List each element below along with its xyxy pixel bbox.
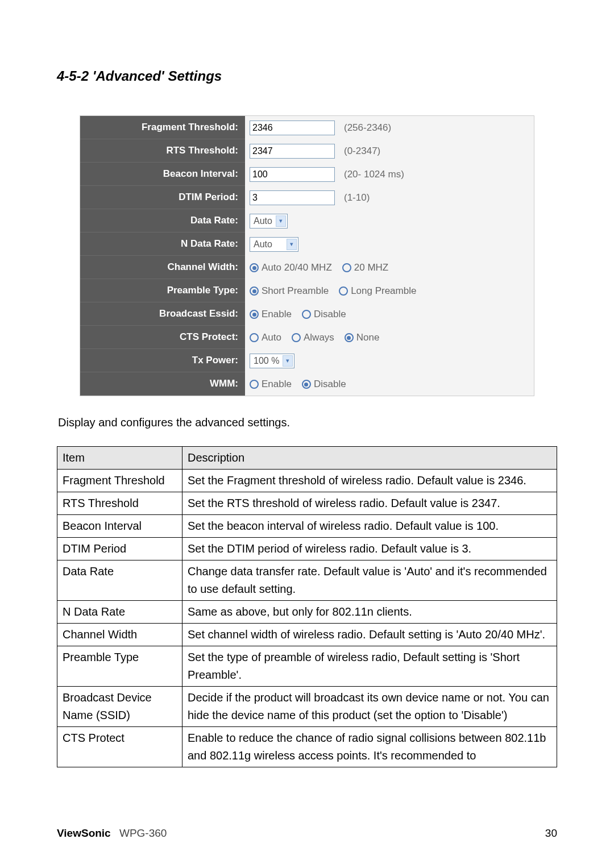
option-wmm-disable: Disable	[314, 379, 346, 389]
option-preamble-short: Short Preamble	[262, 285, 329, 296]
label-rts-threshold: RTS Threshold:	[80, 139, 245, 163]
select-tx-power[interactable]: 100 % ▾	[250, 354, 294, 368]
select-n-data-rate-value: Auto	[254, 239, 283, 250]
hint-beacon-interval: (20- 1024 ms)	[344, 169, 404, 180]
page-footer: ViewSonic WPG-360 30	[57, 827, 557, 840]
input-rts-threshold[interactable]	[250, 144, 335, 159]
table-row: Data RateChange data transfer rate. Defa…	[57, 560, 557, 601]
caption-text: Display and configures the advanced sett…	[58, 416, 556, 429]
radio-cts-auto[interactable]	[250, 333, 259, 342]
table-cell-desc: Decide if the product will broadcast its…	[182, 687, 557, 727]
select-n-data-rate[interactable]: Auto ▾	[250, 237, 298, 252]
label-broadcast-essid: Broadcast Essid:	[80, 302, 245, 326]
row-preamble-type: Preamble Type: Short Preamble Long Pream…	[80, 279, 534, 302]
footer-brand: ViewSonic	[57, 827, 111, 839]
table-cell-desc: Same as above, but only for 802.11n clie…	[182, 601, 557, 624]
label-tx-power: Tx Power:	[80, 349, 245, 372]
label-dtim-period: DTIM Period:	[80, 186, 245, 209]
label-cts-protect: CTS Protect:	[80, 326, 245, 349]
table-cell-item: Fragment Threshold	[57, 470, 182, 492]
table-row: N Data RateSame as above, but only for 8…	[57, 601, 557, 624]
table-cell-item: N Data Rate	[57, 601, 182, 624]
row-dtim-period: DTIM Period: (1-10)	[80, 186, 534, 209]
table-cell-desc: Set the DTIM period of wireless radio. D…	[182, 538, 557, 560]
chevron-down-icon: ▾	[276, 215, 286, 227]
radio-preamble-short[interactable]	[250, 286, 259, 296]
row-fragment-threshold: Fragment Threshold: (256-2346)	[80, 116, 534, 139]
description-table: Item Description Fragment ThresholdSet t…	[57, 446, 557, 767]
section-title: 4-5-2 'Advanced' Settings	[57, 68, 557, 84]
table-row: Fragment ThresholdSet the Fragment thres…	[57, 470, 557, 492]
table-cell-item: RTS Threshold	[57, 492, 182, 515]
table-row: Preamble TypeSet the type of preamble of…	[57, 646, 557, 687]
table-cell-item: Preamble Type	[57, 646, 182, 687]
label-channel-width: Channel Width:	[80, 256, 245, 279]
table-row: Channel WidthSet channel width of wirele…	[57, 624, 557, 646]
table-cell-desc: Set the Fragment threshold of wireless r…	[182, 470, 557, 492]
table-cell-desc: Set channel width of wireless radio. Def…	[182, 624, 557, 646]
row-wmm: WMM: Enable Disable	[80, 372, 534, 396]
table-cell-item: Channel Width	[57, 624, 182, 646]
radio-channel-auto[interactable]	[250, 263, 259, 272]
hint-dtim-period: (1-10)	[344, 192, 370, 203]
row-tx-power: Tx Power: 100 % ▾	[80, 349, 534, 372]
label-data-rate: Data Rate:	[80, 209, 245, 232]
input-beacon-interval[interactable]	[250, 167, 335, 182]
radio-essid-enable[interactable]	[250, 310, 259, 319]
option-essid-enable: Enable	[262, 309, 292, 319]
radio-wmm-enable[interactable]	[250, 380, 259, 389]
row-n-data-rate: N Data Rate: Auto ▾	[80, 232, 534, 256]
radio-wmm-disable[interactable]	[302, 380, 311, 389]
table-row: DTIM PeriodSet the DTIM period of wirele…	[57, 538, 557, 560]
radio-cts-none[interactable]	[345, 333, 354, 342]
option-wmm-enable: Enable	[262, 379, 292, 389]
option-essid-disable: Disable	[314, 309, 346, 319]
config-panel: Fragment Threshold: (256-2346) RTS Thres…	[80, 115, 534, 396]
input-fragment-threshold[interactable]	[250, 121, 335, 135]
option-cts-none: None	[356, 332, 380, 343]
table-row: CTS ProtectEnable to reduce the chance o…	[57, 727, 557, 767]
table-row: RTS ThresholdSet the RTS threshold of wi…	[57, 492, 557, 515]
select-data-rate-value: Auto	[254, 216, 272, 226]
label-n-data-rate: N Data Rate:	[80, 232, 245, 256]
table-cell-desc: Set the type of preamble of wireless rad…	[182, 646, 557, 687]
row-rts-threshold: RTS Threshold: (0-2347)	[80, 139, 534, 163]
table-row: Broadcast Device Name (SSID)Decide if th…	[57, 687, 557, 727]
radio-channel-20[interactable]	[342, 263, 351, 272]
row-cts-protect: CTS Protect: Auto Always None	[80, 326, 534, 349]
row-channel-width: Channel Width: Auto 20/40 MHZ 20 MHZ	[80, 256, 534, 279]
table-cell-item: Broadcast Device Name (SSID)	[57, 687, 182, 727]
table-row: Beacon IntervalSet the beacon interval o…	[57, 515, 557, 538]
label-fragment-threshold: Fragment Threshold:	[80, 116, 245, 139]
hint-rts-threshold: (0-2347)	[344, 146, 380, 157]
select-tx-power-value: 100 %	[254, 356, 279, 366]
option-channel-20: 20 MHZ	[354, 262, 388, 273]
option-cts-auto: Auto	[262, 332, 281, 343]
table-cell-item: Beacon Interval	[57, 515, 182, 538]
chevron-down-icon: ▾	[283, 355, 293, 367]
option-cts-always: Always	[304, 332, 334, 343]
table-cell-desc: Set the RTS threshold of wireless radio.…	[182, 492, 557, 515]
table-cell-item: DTIM Period	[57, 538, 182, 560]
select-data-rate[interactable]: Auto ▾	[250, 214, 288, 229]
input-dtim-period[interactable]	[250, 190, 335, 205]
row-data-rate: Data Rate: Auto ▾	[80, 209, 534, 232]
radio-cts-always[interactable]	[292, 333, 301, 342]
label-beacon-interval: Beacon Interval:	[80, 163, 245, 186]
radio-essid-disable[interactable]	[302, 310, 311, 319]
table-cell-desc: Enable to reduce the chance of radio sig…	[182, 727, 557, 767]
chevron-down-icon: ▾	[287, 239, 297, 250]
page-number: 30	[545, 827, 557, 840]
label-preamble-type: Preamble Type:	[80, 279, 245, 302]
table-cell-item: CTS Protect	[57, 727, 182, 767]
table-cell-desc: Set the beacon interval of wireless radi…	[182, 515, 557, 538]
table-header-item: Item	[57, 447, 182, 470]
row-beacon-interval: Beacon Interval: (20- 1024 ms)	[80, 163, 534, 186]
radio-preamble-long[interactable]	[339, 286, 348, 296]
option-preamble-long: Long Preamble	[351, 285, 416, 296]
table-cell-item: Data Rate	[57, 560, 182, 601]
label-wmm: WMM:	[80, 372, 245, 396]
footer-model: WPG-360	[119, 827, 167, 839]
hint-fragment-threshold: (256-2346)	[344, 122, 391, 134]
row-broadcast-essid: Broadcast Essid: Enable Disable	[80, 302, 534, 326]
